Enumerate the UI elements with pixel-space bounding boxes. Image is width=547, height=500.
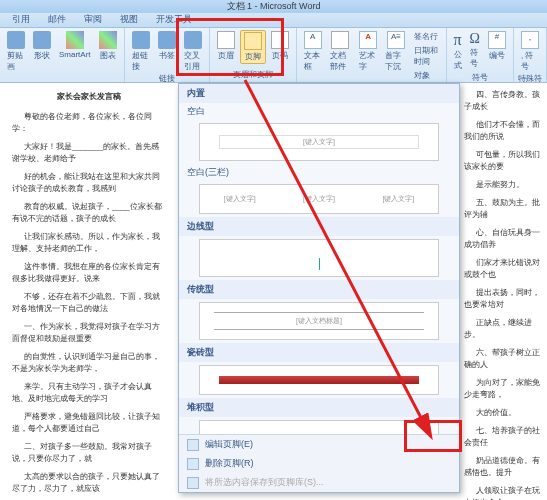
object-button[interactable]: 对象 <box>412 69 442 82</box>
equation-label: 公式 <box>454 49 462 71</box>
quickparts-label: 文档部件 <box>330 50 352 72</box>
doc-paragraph: 四、言传身教。孩子成长 <box>464 89 543 113</box>
quickparts-button[interactable]: 文档部件 <box>327 30 355 73</box>
wordart-icon: A <box>359 31 377 49</box>
crossref-button[interactable]: 交叉引用 <box>181 30 205 73</box>
bookmark-label: 书签 <box>159 50 175 61</box>
edge-section: 边线型 <box>179 217 459 236</box>
doc-paragraph: 心、自信玩具身一成功倡养 <box>464 227 543 251</box>
ribbon-group-symbols: π公式 Ω符号 #编号 符号 <box>447 28 514 82</box>
chart-button[interactable]: 图表 <box>96 30 120 62</box>
doc-paragraph: 严格要求，避免错题回比较，让孩子知道，每个人都要通过自己 <box>12 411 166 435</box>
equation-button[interactable]: π公式 <box>451 30 465 72</box>
tab-mailings[interactable]: 邮件 <box>39 12 75 27</box>
doc-paragraph: 的自觉性，认识到通学习是自己的事，不是为家长学为老师学， <box>12 351 166 375</box>
headerfooter-group-label: 页眉和页脚 <box>214 69 292 80</box>
tile-preview[interactable] <box>199 365 439 395</box>
doc-paragraph: 为向对了，家能免少走弯路， <box>464 377 543 401</box>
shapes-button[interactable]: 形状 <box>30 30 54 62</box>
footer-gallery-dropdown: 内置 空白 [键入文字] 空白(三栏) [键入文字] [键入文字] [键入文字]… <box>178 83 460 493</box>
doc-paragraph: 奶品道德使命。有感悟也。提升 <box>464 455 543 479</box>
doc-paragraph: 是示能努力。 <box>464 179 543 191</box>
number-button[interactable]: #编号 <box>485 30 509 62</box>
dropcap-icon: A≡ <box>387 31 405 49</box>
doc-paragraph: 教育的权威。说起孩子，____位家长都有说不完的话题，孩子的成长 <box>12 201 166 225</box>
doc-paragraph: 大的价值。 <box>464 407 543 419</box>
number-icon: # <box>488 31 506 49</box>
header-button[interactable]: 页眉 <box>214 30 238 62</box>
textbox-button[interactable]: A文本框 <box>301 30 325 73</box>
textbox-icon: A <box>304 31 322 49</box>
dropcap-label: 首字下沉 <box>385 50 407 72</box>
remove-footer-label: 删除页脚(R) <box>205 457 254 470</box>
edge-preview[interactable] <box>199 239 439 277</box>
shapes-icon <box>33 31 51 49</box>
number-label: 编号 <box>489 50 505 61</box>
doc-paragraph: 们家才来比错说对或鼓个也 <box>464 257 543 281</box>
crossref-icon <box>184 31 202 49</box>
tab-references[interactable]: 引用 <box>3 12 39 27</box>
doc-paragraph: 人领取让孩子在玩中悟出合会 <box>464 485 543 500</box>
crossref-label: 交叉引用 <box>184 50 202 72</box>
special-icon: ， <box>521 31 539 49</box>
header-icon <box>217 31 235 49</box>
omega-icon: Ω <box>470 31 480 47</box>
dropdown-footer: 编辑页脚(E) 删除页脚(R) 将所选内容保存到页脚库(S)... <box>179 434 459 492</box>
save-icon <box>187 477 199 489</box>
doc-paragraph: 二、对孩子多一些鼓励。我常对孩子说，只要你尽力了，就 <box>12 441 166 465</box>
quickparts-icon <box>331 31 349 49</box>
ribbon-group-special: ，, 符号 特殊符号 <box>514 28 547 82</box>
doc-paragraph: 提出表扬，同时，也要常培对 <box>464 287 543 311</box>
doc-paragraph: 正缺点，继续进步。 <box>464 317 543 341</box>
blank3col-preview[interactable]: [键入文字] [键入文字] [键入文字] <box>199 184 439 214</box>
hyperlink-button[interactable]: 超链接 <box>129 30 153 73</box>
datetime-button[interactable]: 日期和时间 <box>412 44 442 68</box>
builtin-section-title: 内置 <box>179 84 459 103</box>
symbol-button[interactable]: Ω符号 <box>467 30 483 70</box>
ribbon-group-text: A文本框 文档部件 A艺术字 A≡首字下沉 签名行 日期和时间 对象 文本 <box>297 28 447 82</box>
special-label: , 符号 <box>521 50 539 72</box>
blank3col-option-label: 空白(三栏) <box>179 164 459 181</box>
chart-label: 图表 <box>100 50 116 61</box>
doc-paragraph: 六、帮孩子树立正确的人 <box>464 347 543 371</box>
ribbon-group-headerfooter: 页眉 页脚 页码 页眉和页脚 <box>210 28 297 82</box>
preview-col1: [键入文字] <box>224 194 256 204</box>
save-to-gallery-menuitem: 将所选内容保存到页脚库(S)... <box>179 473 459 492</box>
doc-paragraph: 大家好！我是_______的家长。首先感谢学校、老师给予 <box>12 141 166 165</box>
remove-footer-menuitem[interactable]: 删除页脚(R) <box>179 454 459 473</box>
doc-paragraph: 让我们家长感动。所以，作为家长，我理解、支持老师的工作， <box>12 231 166 255</box>
special-symbol-button[interactable]: ，, 符号 <box>518 30 542 73</box>
traditional-preview-text: [键入文档标题] <box>214 312 424 330</box>
tab-developer[interactable]: 开发工具 <box>147 12 201 27</box>
textbox-label: 文本框 <box>304 50 322 72</box>
doc-paragraph: 七、培养孩子的社会责任 <box>464 425 543 449</box>
edit-footer-menuitem[interactable]: 编辑页脚(E) <box>179 435 459 454</box>
symbol-label: 符号 <box>470 47 480 69</box>
symbols-group-label: 符号 <box>451 72 509 83</box>
save-gallery-label: 将所选内容保存到页脚库(S)... <box>205 476 324 489</box>
doc-paragraph: 好的机会，能让我站在这里和大家共同讨论孩子的成长教育，我感到 <box>12 171 166 195</box>
traditional-preview[interactable]: [键入文档标题] <box>199 302 439 340</box>
wordart-button[interactable]: A艺术字 <box>356 30 380 73</box>
remove-icon <box>187 458 199 470</box>
doc-title: 家长会家长发言稿 <box>12 91 166 103</box>
blank-preview[interactable]: [键入文字] <box>199 123 439 161</box>
title-bar: 文档 1 - Microsoft Word <box>0 0 547 13</box>
signature-button[interactable]: 签名行 <box>412 30 442 43</box>
ribbon: 剪贴画 形状 SmartArt 图表 超链接 书签 交叉引用 链接 页眉 页脚 … <box>0 28 547 83</box>
clipart-label: 剪贴画 <box>7 50 25 72</box>
pagenumber-button[interactable]: 页码 <box>268 30 292 62</box>
dropcap-button[interactable]: A≡首字下沉 <box>382 30 410 73</box>
tab-review[interactable]: 审阅 <box>75 12 111 27</box>
clipart-button[interactable]: 剪贴画 <box>4 30 28 73</box>
pi-icon: π <box>454 31 462 49</box>
bookmark-icon <box>158 31 176 49</box>
bookmark-button[interactable]: 书签 <box>155 30 179 62</box>
tile-section: 瓷砖型 <box>179 343 459 362</box>
preview-col2: [键入文字] <box>303 194 335 204</box>
smartart-button[interactable]: SmartArt <box>56 30 94 60</box>
footer-button[interactable]: 页脚 <box>240 30 266 64</box>
doc-paragraph: 可包量，所以我们该家长的要 <box>464 149 543 173</box>
chart-icon <box>99 31 117 49</box>
tab-view[interactable]: 视图 <box>111 12 147 27</box>
